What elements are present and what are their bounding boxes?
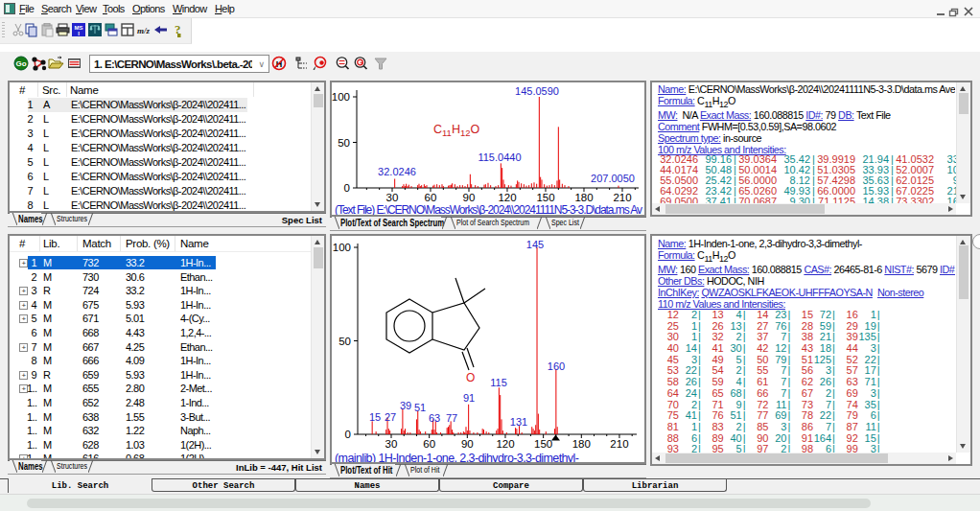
svg-text:0: 0 [344, 182, 350, 194]
svg-text:160: 160 [548, 360, 565, 372]
svg-text:115: 115 [490, 377, 507, 388]
svg-text:100: 100 [333, 242, 351, 253]
svg-text:Go: Go [15, 59, 26, 68]
svg-text:O: O [466, 371, 475, 384]
svg-text:0: 0 [345, 429, 351, 440]
svg-text:120: 120 [498, 192, 516, 203]
svg-text:39: 39 [400, 400, 411, 411]
svg-text:50: 50 [338, 137, 350, 149]
svg-text:m/z: m/z [137, 26, 151, 35]
svg-text:210: 210 [610, 438, 628, 450]
svg-text:91: 91 [463, 392, 475, 404]
svg-text:50: 50 [338, 336, 351, 347]
svg-text:60: 60 [423, 438, 435, 450]
svg-text:145: 145 [526, 239, 544, 250]
svg-text:27: 27 [385, 411, 396, 423]
svg-text:C11H12O: C11H12O [433, 123, 480, 138]
svg-text:100: 100 [332, 91, 350, 103]
svg-text:15: 15 [369, 411, 381, 423]
svg-text:32.0246: 32.0246 [378, 166, 416, 177]
svg-text:51: 51 [414, 402, 426, 413]
svg-text:180: 180 [574, 192, 593, 203]
svg-text:210: 210 [613, 192, 631, 203]
svg-text:150: 150 [534, 438, 552, 450]
svg-text:180: 180 [572, 438, 591, 450]
svg-text:120: 120 [496, 438, 514, 450]
svg-text:207.0050: 207.0050 [591, 173, 635, 184]
svg-text:90: 90 [463, 192, 476, 203]
svg-text:77: 77 [446, 412, 457, 424]
svg-text:150: 150 [536, 192, 554, 203]
svg-text:131: 131 [510, 416, 527, 428]
svg-text:30: 30 [386, 192, 399, 203]
svg-text:63: 63 [429, 412, 440, 424]
svg-text:60: 60 [425, 192, 437, 203]
svg-text:90: 90 [461, 438, 474, 450]
svg-text:115.0440: 115.0440 [478, 151, 521, 163]
svg-text:145.0590: 145.0590 [515, 85, 559, 97]
svg-text:30: 30 [385, 438, 398, 450]
